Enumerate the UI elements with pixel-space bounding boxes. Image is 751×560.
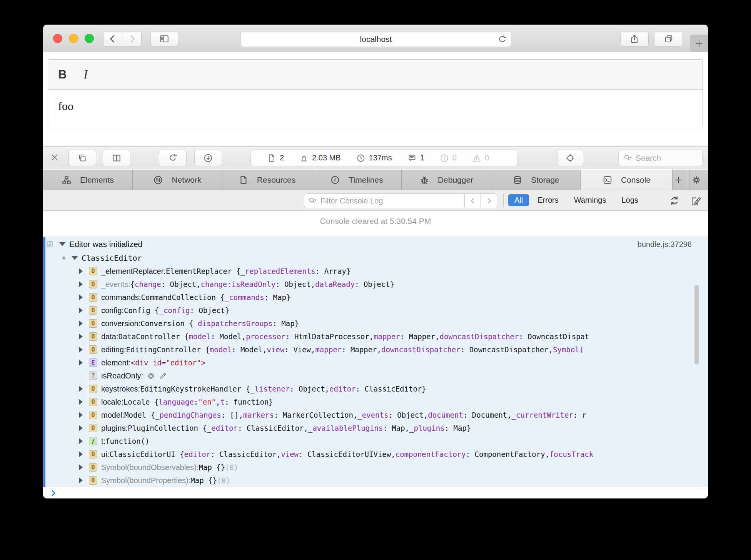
reload-page-button[interactable]	[159, 150, 187, 166]
tab-elements[interactable]: Elements	[43, 170, 133, 190]
preserve-log-button[interactable]	[669, 195, 680, 207]
tab-timelines[interactable]: Timelines	[312, 170, 402, 190]
warning-stat: 0	[472, 153, 489, 163]
expand-caret[interactable]	[79, 281, 89, 287]
token: ,	[216, 398, 220, 406]
bold-button[interactable]: B	[58, 68, 67, 82]
token: Map {}	[199, 463, 225, 472]
tab-resources[interactable]: Resources	[222, 170, 312, 190]
expand-caret[interactable]	[79, 360, 89, 366]
type-badge: O	[89, 267, 97, 275]
expand-caret[interactable]	[79, 412, 89, 418]
new-tab-button[interactable]	[690, 35, 708, 52]
type-badge: O	[89, 332, 97, 341]
forward-button[interactable]	[122, 31, 142, 47]
console-cleared-message: Console cleared at 5:30:54 PM	[43, 211, 708, 231]
zoom-window-button[interactable]	[85, 34, 94, 43]
italic-button[interactable]: I	[83, 68, 87, 82]
address-bar[interactable]: localhost	[240, 31, 511, 47]
tab-debugger[interactable]: Debugger	[402, 170, 491, 190]
console-scope-filters: AllErrorsWarningsLogs	[508, 194, 654, 206]
expand-caret[interactable]	[79, 320, 89, 327]
element-picker-button[interactable]	[557, 150, 583, 166]
console-prompt[interactable]	[43, 487, 708, 498]
filter-placeholder: Filter Console Log	[320, 197, 464, 205]
share-button[interactable]	[620, 31, 649, 47]
sidebar-toggle-button[interactable]	[150, 31, 178, 47]
log-source-link[interactable]: bundle.js:37296	[638, 240, 708, 249]
collapse-caret[interactable]	[72, 256, 82, 260]
token: _commands	[225, 293, 264, 302]
token: plugins:	[101, 424, 128, 433]
tab-storage[interactable]: Storage	[491, 170, 581, 190]
expand-caret[interactable]	[79, 333, 89, 340]
token: EditingKeystrokeHandler {	[140, 385, 250, 393]
type-badge: O	[89, 293, 97, 302]
token: : DowncastDispatcher,	[461, 345, 553, 354]
token: : View,	[284, 345, 315, 354]
token: change	[135, 280, 161, 288]
inspector-toolbar: 22.03 MB137ms100 Search	[43, 146, 708, 169]
collapse-caret[interactable]	[59, 242, 69, 246]
expand-caret[interactable]	[79, 386, 89, 392]
expand-caret[interactable]	[79, 451, 89, 457]
pencil-icon[interactable]	[159, 372, 167, 380]
token: _events:	[101, 280, 130, 289]
expand-caret[interactable]	[79, 425, 89, 431]
token: keystrokes:	[101, 385, 140, 393]
close-window-button[interactable]	[53, 34, 62, 43]
scope-logs[interactable]: Logs	[621, 194, 638, 206]
minimize-window-button[interactable]	[69, 34, 78, 43]
token: : Model,	[211, 332, 246, 341]
reload-icon[interactable]	[497, 35, 507, 45]
dock-side-button[interactable]	[103, 150, 130, 166]
timelines-icon	[330, 175, 344, 185]
eye-icon[interactable]	[147, 372, 155, 380]
tab-overview-button[interactable]	[654, 31, 683, 47]
type-badge: O	[89, 411, 97, 419]
expand-caret[interactable]	[79, 307, 89, 313]
tab-console[interactable]: Console	[581, 170, 673, 190]
close-inspector-button[interactable]	[50, 153, 59, 162]
inspector-search-input[interactable]: Search	[618, 150, 703, 166]
settings-button[interactable]	[689, 170, 708, 190]
scope-errors[interactable]: Errors	[537, 194, 558, 206]
token: : Map}	[445, 424, 471, 432]
console-edit-button[interactable]	[690, 195, 702, 207]
add-panel-button[interactable]	[673, 170, 689, 190]
plus-icon	[674, 175, 688, 185]
console-log-entry: Editor was initialized bundle.js:37296 C…	[43, 237, 708, 487]
scope-all[interactable]: All	[508, 194, 529, 206]
token: _events	[357, 411, 388, 419]
token: markers	[243, 411, 274, 419]
nav-buttons	[103, 31, 142, 47]
expand-caret[interactable]	[79, 294, 89, 300]
expand-caret[interactable]	[79, 477, 89, 483]
error-icon	[440, 153, 449, 163]
clock-stat: 137ms	[356, 153, 392, 163]
token: : r	[573, 411, 586, 419]
token: change:isReadOnly	[201, 280, 275, 288]
divider	[503, 194, 504, 208]
previous-result-button[interactable]	[464, 194, 481, 208]
download-page-button[interactable]	[194, 150, 222, 166]
token: : DowncastDispat	[519, 332, 589, 341]
expand-caret[interactable]	[79, 399, 89, 405]
console-tree-row: Oconversion: Conversion {_dispatchersGro…	[43, 317, 708, 330]
token: : ClassicEditor,	[238, 424, 308, 432]
token: : Object}	[190, 306, 230, 315]
next-result-button[interactable]	[481, 194, 497, 208]
plus-icon	[694, 39, 704, 48]
expand-caret[interactable]	[79, 347, 89, 353]
detach-inspector-button[interactable]	[68, 150, 96, 166]
filter-console-input[interactable]: Filter Console Log	[304, 193, 497, 208]
editor-content-area[interactable]: foo	[48, 90, 703, 127]
back-button[interactable]	[103, 31, 122, 47]
expand-caret[interactable]	[79, 268, 89, 274]
type-badge: O	[89, 424, 97, 432]
scope-warnings[interactable]: Warnings	[574, 194, 606, 206]
tab-network[interactable]: Network	[133, 170, 222, 190]
expand-caret[interactable]	[79, 438, 89, 444]
expand-caret[interactable]	[79, 464, 89, 470]
scrollbar-thumb[interactable]	[694, 285, 699, 364]
